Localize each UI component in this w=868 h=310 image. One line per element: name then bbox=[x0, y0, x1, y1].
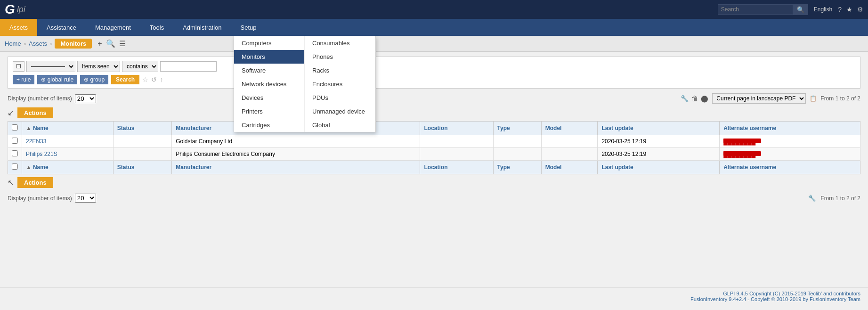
redacted-username: ████████ bbox=[723, 151, 761, 156]
menu-assets[interactable]: Assets bbox=[0, 19, 37, 36]
row-name-link[interactable]: Philips 221S bbox=[26, 151, 57, 157]
header-name[interactable]: ▲Name bbox=[22, 122, 114, 135]
add-group-button[interactable]: ⊕ group bbox=[80, 75, 108, 84]
dropdown-consumables[interactable]: Consumables bbox=[305, 36, 375, 50]
help-icon[interactable]: ? bbox=[838, 6, 842, 13]
trash-icon[interactable]: 🗑 bbox=[691, 95, 698, 102]
dropdown-col-2: Consumables Phones Racks Enclosures PDUs… bbox=[305, 36, 375, 132]
tool-icons-top: 🔧 🗑 ⬤ bbox=[681, 95, 708, 102]
header-status[interactable]: Status bbox=[113, 122, 171, 135]
row-type-cell bbox=[493, 135, 541, 148]
row-model-cell bbox=[541, 135, 598, 148]
add-rule-button[interactable]: rule bbox=[13, 75, 34, 84]
pagination-info-top: From 1 to 2 of 2 bbox=[820, 95, 860, 102]
header-last-update[interactable]: Last update bbox=[598, 122, 720, 135]
add-icon[interactable]: + bbox=[97, 40, 102, 48]
menu-setup[interactable]: Setup bbox=[231, 19, 266, 36]
breadcrumb-sep2: › bbox=[50, 40, 52, 47]
row-location-cell bbox=[420, 148, 493, 161]
breadcrumb-sep1: › bbox=[24, 40, 26, 47]
footer-manufacturer: Manufacturer bbox=[172, 161, 420, 174]
display-label-bottom: Display (number of items) bbox=[8, 195, 72, 202]
filter-dash-select[interactable]: —————— bbox=[26, 61, 75, 72]
row-manufacturer-cell: Goldstar Company Ltd bbox=[172, 135, 420, 148]
main-menu-bar: Assets Assistance Management Tools Admin… bbox=[0, 19, 868, 36]
gear-icon[interactable]: ⚙ bbox=[857, 6, 863, 13]
footer-last-update: Last update bbox=[598, 161, 720, 174]
filter-value-input[interactable] bbox=[160, 61, 217, 72]
display-label: Display (number of items) bbox=[8, 95, 72, 102]
monitors-table: ▲Name Status Manufacturer Location Type … bbox=[8, 121, 860, 174]
up-icon[interactable]: ↑ bbox=[160, 76, 163, 83]
dropdown-computers[interactable]: Computers bbox=[234, 36, 304, 50]
language-selector[interactable]: English bbox=[814, 6, 832, 13]
header-type[interactable]: Type bbox=[493, 122, 541, 135]
global-search-input[interactable] bbox=[718, 4, 793, 15]
items-per-page-select-bottom[interactable]: 20 5 10 15 25 50 100 bbox=[75, 194, 96, 203]
search-button[interactable]: Search bbox=[111, 75, 139, 84]
menu-tools[interactable]: Tools bbox=[140, 19, 173, 36]
menu-assistance-label: Assistance bbox=[47, 24, 76, 31]
items-per-page-select-top[interactable]: 20 5 10 15 25 50 100 bbox=[75, 94, 96, 103]
undo-icon[interactable]: ↺ bbox=[151, 76, 157, 83]
menu-administration[interactable]: Administration bbox=[173, 19, 231, 36]
row-checkbox-cell bbox=[8, 148, 22, 161]
display-left: Display (number of items) 20 5 10 15 25 … bbox=[8, 94, 96, 103]
dropdown-pdus[interactable]: PDUs bbox=[305, 91, 375, 105]
header-alternate-username[interactable]: Alternate username bbox=[720, 122, 860, 135]
wrench-icon[interactable]: 🔧 bbox=[681, 95, 689, 102]
header-model[interactable]: Model bbox=[541, 122, 598, 135]
dropdown-network-devices[interactable]: Network devices bbox=[234, 77, 304, 91]
filter-operator-select[interactable]: contains bbox=[122, 61, 158, 72]
row-checkbox-0[interactable] bbox=[12, 138, 18, 144]
star-icon[interactable]: ★ bbox=[846, 6, 852, 13]
select-all-footer-checkbox[interactable] bbox=[12, 163, 18, 170]
content-area: ☐ —————— Items seen contains rule ⊕ glob… bbox=[0, 52, 868, 287]
dropdown-phones[interactable]: Phones bbox=[305, 50, 375, 64]
filter-icon-group: ☆ ↺ ↑ bbox=[142, 76, 163, 83]
dropdown-software[interactable]: Software bbox=[234, 64, 304, 77]
menu-assistance[interactable]: Assistance bbox=[37, 19, 86, 36]
up-arrow-icon: ↖ bbox=[8, 178, 14, 187]
assets-dropdown-menu: Computers Monitors Software Network devi… bbox=[234, 36, 376, 132]
dropdown-unmanaged-device[interactable]: Unmanaged device bbox=[305, 105, 375, 118]
filter-field-select[interactable]: Items seen bbox=[77, 61, 120, 72]
favorite-icon[interactable]: ☆ bbox=[142, 76, 148, 83]
list-view-icon[interactable]: ☰ bbox=[119, 39, 126, 48]
breadcrumb-current: Monitors bbox=[55, 39, 92, 49]
filter-toggle-button[interactable]: ☐ bbox=[13, 61, 24, 72]
toggle-icon[interactable]: ⬤ bbox=[701, 95, 708, 102]
global-search-button[interactable]: 🔍 bbox=[793, 4, 808, 15]
header-location[interactable]: Location bbox=[420, 122, 493, 135]
table-footer-row: ▲Name Status Manufacturer Location Type … bbox=[8, 161, 860, 174]
actions-button-top[interactable]: Actions bbox=[17, 107, 53, 118]
export-icon[interactable]: 📋 bbox=[810, 95, 817, 102]
dropdown-enclosures[interactable]: Enclosures bbox=[305, 77, 375, 91]
row-alternate-username-cell: ████████ bbox=[720, 135, 860, 148]
dropdown-global[interactable]: Global bbox=[305, 118, 375, 132]
menu-tools-label: Tools bbox=[150, 24, 164, 31]
menu-setup-label: Setup bbox=[241, 24, 257, 31]
footer-name[interactable]: ▲Name bbox=[22, 161, 114, 174]
select-all-checkbox[interactable] bbox=[12, 124, 18, 131]
dropdown-racks[interactable]: Racks bbox=[305, 64, 375, 77]
pdf-export-select[interactable]: Current page in landscape PDF bbox=[712, 93, 806, 104]
actions-button-bottom[interactable]: Actions bbox=[17, 177, 53, 188]
breadcrumb-home[interactable]: Home bbox=[5, 40, 21, 47]
breadcrumb-assets[interactable]: Assets bbox=[29, 40, 47, 47]
row-name-link[interactable]: 22EN33 bbox=[26, 138, 46, 145]
add-global-rule-button[interactable]: ⊕ global rule bbox=[37, 75, 77, 84]
top-bar: G lpi 🔍 English ? ★ ⚙ bbox=[0, 0, 868, 19]
dropdown-printers[interactable]: Printers bbox=[234, 105, 304, 118]
menu-assets-label: Assets bbox=[9, 24, 28, 31]
menu-management[interactable]: Management bbox=[86, 19, 140, 36]
dropdown-devices[interactable]: Devices bbox=[234, 91, 304, 105]
table-row: 22EN33Goldstar Company Ltd2020-03-25 12:… bbox=[8, 135, 860, 148]
dropdown-monitors[interactable]: Monitors bbox=[234, 50, 304, 64]
row-checkbox-1[interactable] bbox=[12, 150, 18, 156]
row-model-cell bbox=[541, 148, 598, 161]
wrench-icon-bottom[interactable]: 🔧 bbox=[808, 195, 816, 202]
actions-row-bottom: ↖ Actions bbox=[8, 177, 860, 188]
dropdown-cartridges[interactable]: Cartridges bbox=[234, 118, 304, 132]
search-icon[interactable]: 🔍 bbox=[106, 39, 115, 48]
